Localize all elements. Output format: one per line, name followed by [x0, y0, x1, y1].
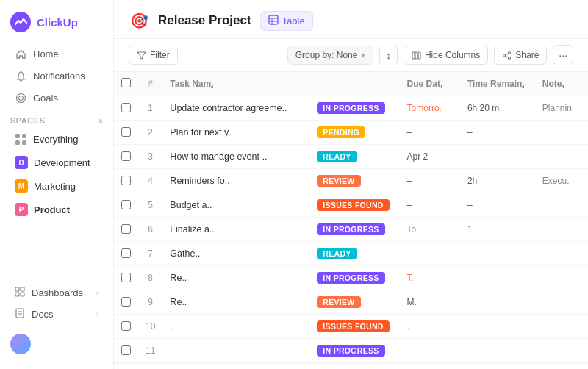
view-tab-table[interactable]: Table	[260, 11, 313, 31]
row-checkbox[interactable]	[121, 103, 131, 112]
row-checkbox-cell[interactable]	[114, 315, 138, 339]
row-checkbox[interactable]	[121, 273, 131, 282]
sidebar-item-development[interactable]: D Development	[4, 151, 109, 173]
status-badge[interactable]: ISSUES FOUND	[317, 320, 389, 332]
row-status[interactable]: ISSUES FOUND	[309, 193, 399, 218]
row-checkbox[interactable]	[121, 321, 131, 331]
status-badge[interactable]: ISSUES FOUND	[317, 199, 389, 211]
status-badge[interactable]: PENDING	[317, 126, 365, 138]
table-row[interactable]: 7 Gathe.. READY – –	[114, 242, 588, 266]
row-taskname[interactable]: .	[162, 315, 309, 339]
row-taskname[interactable]: Budget a..	[162, 193, 309, 218]
row-taskname[interactable]: Re..	[162, 290, 309, 315]
status-badge[interactable]: IN PROGRESS	[317, 223, 384, 235]
row-checkbox-cell[interactable]	[114, 290, 138, 315]
row-checkbox-cell[interactable]	[114, 121, 138, 145]
row-taskname[interactable]: How to manage event ..	[162, 145, 309, 169]
row-taskname[interactable]: Finalize a..	[162, 218, 309, 242]
col-notes[interactable]: Note.	[535, 72, 588, 96]
row-checkbox-cell[interactable]	[114, 145, 138, 169]
row-checkbox-cell[interactable]	[114, 169, 138, 193]
row-status[interactable]: READY	[309, 145, 399, 169]
status-badge[interactable]: READY	[317, 248, 356, 259]
row-checkbox-cell[interactable]	[114, 266, 138, 290]
due-date-text: Apr 2	[407, 151, 429, 162]
row-checkbox[interactable]	[121, 151, 131, 161]
task-name-text: Plan for next y..	[170, 127, 233, 137]
sidebar-item-notifications[interactable]: Notifications	[4, 65, 109, 86]
filter-button[interactable]: Filter	[129, 46, 178, 65]
task-table: # Task Nam. Due Dat. Time Remain. Note. …	[114, 72, 588, 363]
row-checkbox[interactable]	[121, 345, 131, 355]
table-row[interactable]: 3 How to manage event .. READY Apr 2 –	[114, 145, 588, 169]
table-row[interactable]: 5 Budget a.. ISSUES FOUND – –	[114, 193, 588, 218]
row-checkbox-cell[interactable]	[114, 96, 138, 121]
table-row[interactable]: 8 Re.. IN PROGRESS T.	[114, 266, 588, 290]
table-row[interactable]: 6 Finalize a.. IN PROGRESS To. 1	[114, 218, 588, 242]
row-checkbox[interactable]	[121, 224, 131, 234]
sort-button[interactable]: ↕	[379, 46, 398, 65]
row-taskname[interactable]: Re..	[162, 266, 309, 290]
table-row[interactable]: 10 . ISSUES FOUND .	[114, 315, 588, 339]
col-status	[309, 72, 399, 96]
row-checkbox[interactable]	[121, 127, 131, 137]
filter-icon	[137, 51, 146, 60]
user-avatar[interactable]	[10, 334, 31, 354]
sidebar-item-marketing[interactable]: M Marketing	[4, 175, 109, 197]
due-date-text: M.	[407, 297, 417, 307]
status-badge[interactable]: IN PROGRESS	[317, 345, 384, 357]
table-row[interactable]: 1 Update contractor agreeme.. IN PROGRES…	[114, 96, 588, 121]
row-checkbox-cell[interactable]	[114, 339, 138, 363]
col-due[interactable]: Due Dat.	[400, 72, 460, 96]
row-status[interactable]: ISSUES FOUND	[309, 315, 399, 339]
row-checkbox[interactable]	[121, 297, 131, 307]
share-button[interactable]: Share	[494, 46, 547, 65]
more-options-button[interactable]: ···	[553, 45, 573, 65]
app-logo[interactable]: ClickUp	[0, 9, 113, 43]
hide-columns-button[interactable]: Hide Columns	[404, 46, 488, 65]
row-taskname[interactable]: Reminders fo..	[162, 169, 309, 193]
status-badge[interactable]: IN PROGRESS	[317, 272, 384, 284]
row-checkbox-cell[interactable]	[114, 218, 138, 242]
group-by-button[interactable]: Group by: None ▾	[287, 46, 374, 65]
sidebar-item-home[interactable]: Home	[4, 43, 109, 64]
table-row[interactable]: 2 Plan for next y.. PENDING – –	[114, 121, 588, 145]
status-badge[interactable]: REVIEW	[317, 296, 360, 308]
col-taskname[interactable]: Task Nam.	[162, 72, 309, 96]
row-taskname[interactable]	[162, 339, 309, 363]
status-badge[interactable]: READY	[317, 151, 356, 162]
row-time: –	[460, 121, 535, 145]
row-checkbox-cell[interactable]	[114, 242, 138, 266]
table-row[interactable]: 9 Re.. REVIEW M.	[114, 290, 588, 315]
table-row[interactable]: 11 IN PROGRESS	[114, 339, 588, 363]
sidebar-item-everything[interactable]: Everything	[4, 129, 109, 150]
row-status[interactable]: READY	[309, 242, 399, 266]
sidebar-item-product-label: Product	[34, 204, 70, 215]
add-task-footer[interactable]: + New Task	[114, 363, 588, 369]
sidebar-item-goals[interactable]: Goals	[4, 87, 109, 108]
sidebar-item-docs[interactable]: Docs ›	[4, 304, 109, 325]
status-badge[interactable]: REVIEW	[317, 175, 360, 187]
row-checkbox[interactable]	[121, 248, 131, 258]
select-all-checkbox[interactable]	[121, 78, 131, 87]
sidebar-item-product[interactable]: P Product	[4, 198, 109, 221]
row-taskname[interactable]: Update contractor agreeme..	[162, 96, 309, 121]
row-status[interactable]: IN PROGRESS	[309, 339, 399, 363]
row-checkbox[interactable]	[121, 200, 131, 209]
row-taskname[interactable]: Plan for next y..	[162, 121, 309, 145]
table-row[interactable]: 4 Reminders fo.. REVIEW – 2h Execu.	[114, 169, 588, 193]
row-time: 2h	[460, 169, 535, 193]
row-status[interactable]: IN PROGRESS	[309, 96, 399, 121]
row-status[interactable]: PENDING	[309, 121, 399, 145]
sidebar-item-dashboards[interactable]: Dashboards ›	[4, 282, 109, 304]
status-badge[interactable]: IN PROGRESS	[317, 102, 384, 114]
row-status[interactable]: REVIEW	[309, 290, 399, 315]
row-status[interactable]: IN PROGRESS	[309, 218, 399, 242]
row-checkbox[interactable]	[121, 176, 131, 185]
spaces-toggle-icon[interactable]: ∧	[98, 117, 104, 125]
col-time[interactable]: Time Remain.	[460, 72, 535, 96]
row-checkbox-cell[interactable]	[114, 193, 138, 218]
row-taskname[interactable]: Gathe..	[162, 242, 309, 266]
row-status[interactable]: IN PROGRESS	[309, 266, 399, 290]
row-status[interactable]: REVIEW	[309, 169, 399, 193]
